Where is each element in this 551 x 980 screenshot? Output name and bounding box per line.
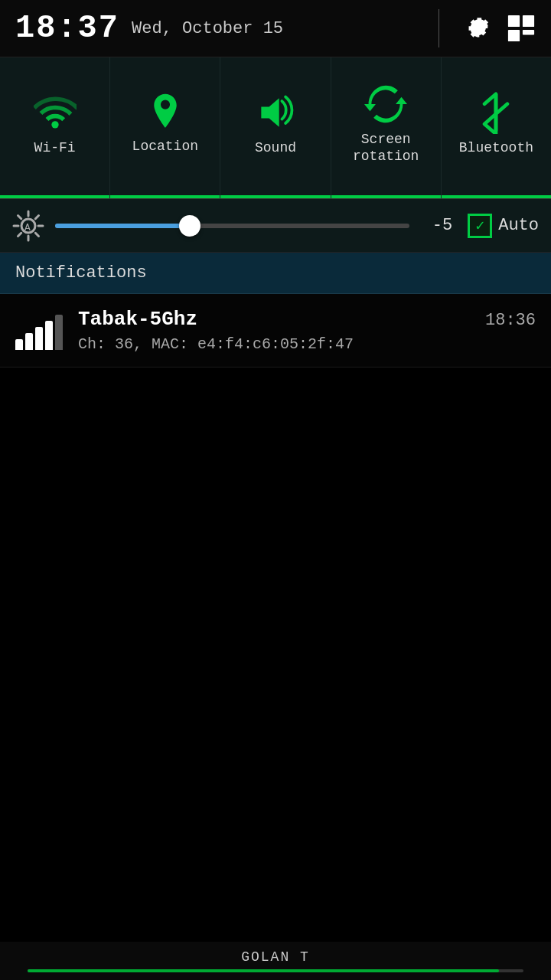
- signal-bar-4: [45, 321, 53, 350]
- bottom-bar: GOLAN T: [0, 942, 551, 980]
- signal-bar-1: [15, 339, 23, 350]
- svg-rect-1: [523, 15, 534, 27]
- settings-icon[interactable]: [462, 14, 491, 43]
- svg-line-12: [35, 215, 38, 218]
- notification-title: Tabak-5Ghz: [78, 308, 485, 331]
- svg-line-13: [18, 233, 21, 236]
- signal-bar-5: [55, 315, 63, 350]
- location-active-bar: [110, 195, 220, 198]
- sound-label: Sound: [255, 140, 296, 157]
- auto-brightness-checkbox[interactable]: ✓: [468, 214, 492, 238]
- brightness-row: A -5 ✓ Auto: [0, 199, 551, 253]
- signal-strength-icon: [15, 312, 63, 350]
- status-bar: 18:37 Wed, October 15: [0, 0, 551, 57]
- wifi-active-bar: [0, 195, 109, 198]
- screen-rotation-icon: [364, 83, 407, 126]
- location-icon: [145, 93, 185, 132]
- bottom-label: GOLAN T: [241, 949, 310, 965]
- brightness-slider[interactable]: [55, 224, 409, 228]
- svg-line-10: [18, 215, 21, 218]
- brightness-value: -5: [422, 216, 452, 235]
- wifi-icon: [34, 91, 77, 134]
- status-icons: [431, 9, 536, 47]
- bluetooth-icon: [479, 91, 513, 134]
- brightness-settings-icon: A: [12, 210, 44, 242]
- svg-rect-2: [508, 30, 520, 41]
- screen-rotation-active-bar: [331, 195, 441, 198]
- toggle-screen-rotation[interactable]: Screen rotation: [331, 57, 442, 198]
- date-display: Wed, October 15: [132, 19, 283, 38]
- toggle-bluetooth[interactable]: Bluetooth: [442, 57, 551, 198]
- toggle-location[interactable]: Location: [110, 57, 220, 198]
- toggle-wifi[interactable]: Wi-Fi: [0, 57, 110, 198]
- auto-brightness-toggle[interactable]: ✓ Auto: [468, 214, 539, 238]
- sound-icon: [254, 91, 297, 134]
- notification-detail: Ch: 36, MAC: e4:f4:c6:05:2f:47: [78, 335, 485, 353]
- toggle-sound[interactable]: Sound: [220, 57, 331, 198]
- svg-text:A: A: [24, 222, 31, 234]
- status-divider: [439, 9, 439, 47]
- quick-toggles: Wi-Fi Location Sound: [0, 57, 551, 199]
- signal-bar-3: [35, 327, 43, 350]
- brightness-fill: [55, 224, 190, 228]
- notifications-header: Notifications: [0, 253, 551, 294]
- notifications-title: Notifications: [15, 263, 147, 283]
- brightness-thumb: [179, 215, 201, 237]
- location-label: Location: [132, 139, 198, 155]
- notification-item[interactable]: Tabak-5Ghz Ch: 36, MAC: e4:f4:c6:05:2f:4…: [0, 294, 551, 368]
- notification-content: Tabak-5Ghz Ch: 36, MAC: e4:f4:c6:05:2f:4…: [78, 308, 485, 353]
- screen-rotation-label: Screen rotation: [353, 132, 419, 165]
- bottom-progress-fill: [28, 969, 499, 972]
- svg-rect-3: [523, 30, 534, 35]
- auto-brightness-check: ✓: [475, 216, 484, 235]
- signal-bar-2: [25, 333, 33, 350]
- bluetooth-label: Bluetooth: [459, 140, 533, 157]
- bottom-progress-bar: [28, 969, 523, 972]
- sound-active-bar: [220, 195, 330, 198]
- wifi-label: Wi-Fi: [34, 140, 76, 157]
- notification-time: 18:36: [485, 311, 536, 330]
- svg-line-11: [35, 233, 38, 236]
- auto-brightness-label: Auto: [498, 216, 539, 235]
- svg-rect-0: [508, 15, 520, 27]
- bluetooth-active-bar: [442, 195, 551, 198]
- grid-icon[interactable]: [507, 14, 536, 43]
- time-display: 18:37: [15, 10, 119, 47]
